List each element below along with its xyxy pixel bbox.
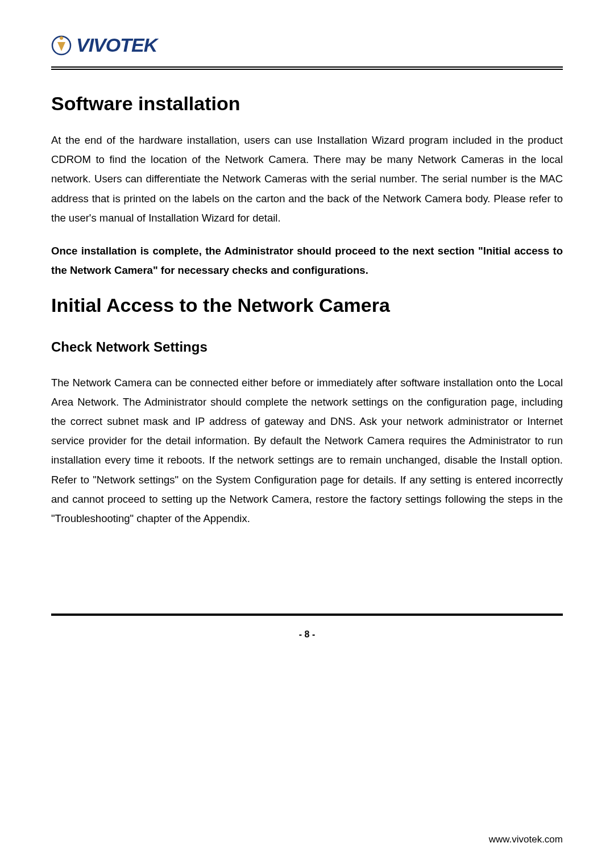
heading-initial-access: Initial Access to the Network Camera [51,294,563,316]
svg-point-1 [60,36,63,40]
paragraph-network-settings: The Network Camera can be connected eith… [51,373,563,529]
header-rule [51,66,563,70]
logo-text: VIVOTEK [76,34,157,56]
footer-url: www.vivotek.com [489,834,563,845]
footer-rule [51,614,563,616]
brand-logo: VIVOTEK [51,34,563,56]
subheading-check-network: Check Network Settings [51,339,563,355]
logo-container: VIVOTEK [51,34,563,56]
heading-software-installation: Software installation [51,93,563,115]
logo-mark-icon [51,35,72,56]
paragraph-install-complete-note: Once installation is complete, the Admin… [51,241,563,280]
page-number: - 8 - [51,629,563,640]
document-page: VIVOTEK Software installation At the end… [0,0,614,640]
paragraph-install-intro: At the end of the hardware installation,… [51,131,563,228]
